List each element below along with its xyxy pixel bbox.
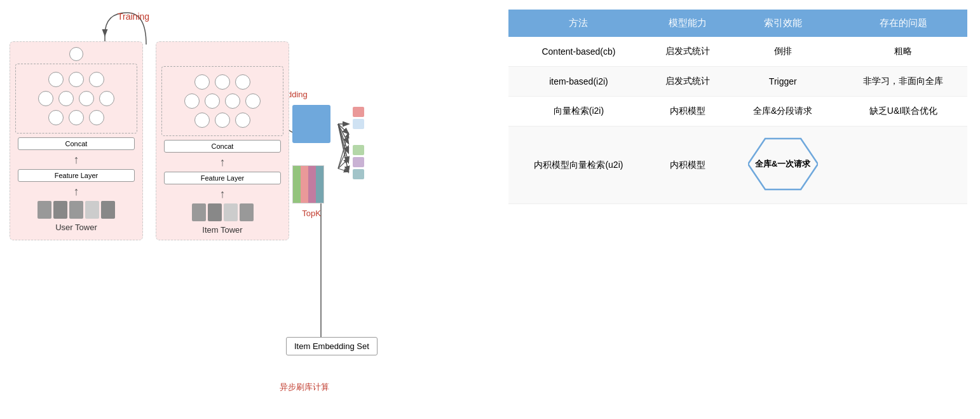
user-arrow-2: ↑ <box>15 186 137 197</box>
user-tower-label: User Tower <box>15 223 137 232</box>
user-nn-mid-layer <box>20 91 133 106</box>
index-cb: 倒排 <box>726 37 840 67</box>
item-arrow-1: ↑ <box>161 156 283 168</box>
user-embedding-blocks <box>18 201 135 219</box>
model-cb: 启发式统计 <box>649 37 726 67</box>
user-arrow-1: ↑ <box>15 154 137 165</box>
user-nn-top-layer <box>20 72 133 87</box>
header-issue: 存在的问题 <box>840 10 967 37</box>
item-embedding-set-box: Item Embedding Set <box>286 337 378 355</box>
header-method: 方法 <box>508 10 649 37</box>
hexagon-highlight: 全库&一次请求 <box>748 135 818 195</box>
table-row: item-based(i2i) 启发式统计 Trigger 非学习，非面向全库 <box>508 67 967 97</box>
user-feature-box: Feature Layer <box>18 169 135 182</box>
method-vec-i2i: 向量检索(i2i) <box>508 97 649 127</box>
diagram-section: Training 实时计算User Embedding <box>0 0 496 419</box>
issue-i2i: 非学习，非面向全库 <box>840 67 967 97</box>
training-label: Training <box>118 11 149 22</box>
item-nn-bot-layer <box>166 113 279 128</box>
header-index: 索引效能 <box>726 10 840 37</box>
table-row: 内积模型向量检索(u2i) 内积模型 全库&一次请求 <box>508 127 967 204</box>
item-tower-label: Item Tower <box>161 225 283 235</box>
table-section: 方法 模型能力 索引效能 存在的问题 Content-based(cb) 启发式… <box>496 0 980 419</box>
method-i2i: item-based(i2i) <box>508 67 649 97</box>
model-i2i: 启发式统计 <box>649 67 726 97</box>
item-feature-box: Feature Layer <box>164 172 281 184</box>
topk-section: TopK <box>292 105 330 218</box>
user-embedding-block <box>292 105 330 143</box>
item-nn-top-layer <box>166 74 279 90</box>
item-embedding-bars <box>292 165 324 203</box>
user-nn-bot-layer <box>20 110 133 125</box>
index-u2i-cell: 全库&一次请求 <box>726 127 840 204</box>
table-header-row: 方法 模型能力 索引效能 存在的问题 <box>508 10 967 37</box>
user-concat-box: Concat <box>18 137 135 150</box>
model-u2i: 内积模型 <box>649 127 726 204</box>
async-label: 异步刷库计算 <box>280 381 329 393</box>
method-u2i: 内积模型向量检索(u2i) <box>508 127 649 204</box>
index-i2i: Trigger <box>726 67 840 97</box>
issue-cb: 粗略 <box>840 37 967 67</box>
model-vec-i2i: 内积模型 <box>649 97 726 127</box>
issue-u2i <box>840 127 967 204</box>
table-row: Content-based(cb) 启发式统计 倒排 粗略 <box>508 37 967 67</box>
item-embedding-blocks <box>164 203 281 221</box>
method-cb: Content-based(cb) <box>508 37 649 67</box>
result-blocks <box>353 107 364 179</box>
comparison-table: 方法 模型能力 索引效能 存在的问题 Content-based(cb) 启发式… <box>508 10 967 204</box>
topk-label: TopK <box>292 209 330 218</box>
item-concat-box: Concat <box>164 140 281 153</box>
towers-wrapper: Concat ↑ Feature Layer ↑ User Tower <box>10 41 289 240</box>
table-row: 向量检索(i2i) 内积模型 全库&分段请求 缺乏U&I联合优化 <box>508 97 967 127</box>
index-u2i-text: 全库&一次请求 <box>755 158 810 170</box>
user-tower: Concat ↑ Feature Layer ↑ User Tower <box>10 41 143 240</box>
item-nn-mid-layer <box>166 93 279 109</box>
issue-vec-i2i: 缺乏U&I联合优化 <box>840 97 967 127</box>
index-vec-i2i: 全库&分段请求 <box>726 97 840 127</box>
item-arrow-2: ↑ <box>161 188 283 200</box>
header-model: 模型能力 <box>649 10 726 37</box>
item-tower: Concat ↑ Feature Layer ↑ Item Tower <box>156 41 289 240</box>
